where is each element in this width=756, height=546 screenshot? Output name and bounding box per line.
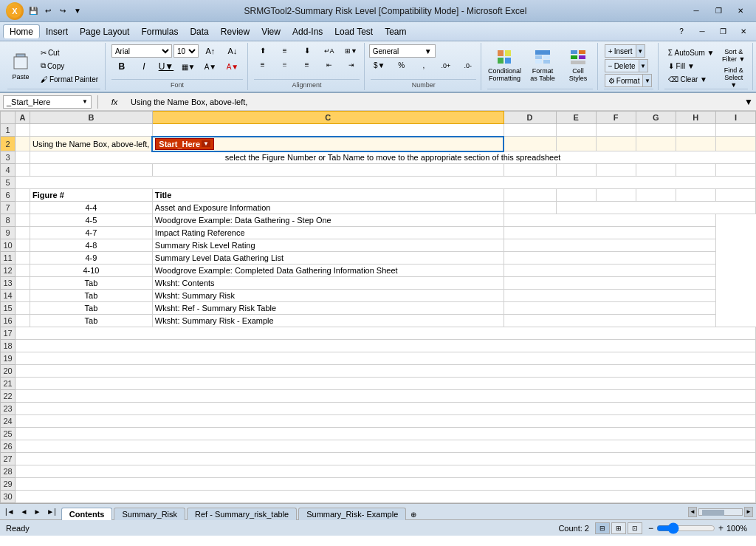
start-here-dropdown-arrow[interactable]: ▼ [202, 140, 210, 147]
align-right-btn[interactable]: ≡ [297, 58, 317, 71]
cell-row8-rest[interactable] [504, 214, 715, 227]
row-header-23[interactable]: 23 [1, 403, 16, 415]
delete-cells-btn[interactable]: − Delete ▼ [605, 59, 653, 72]
decrease-decimal-btn[interactable]: .0- [458, 60, 478, 72]
cell-g2[interactable] [636, 137, 676, 151]
cell-c8[interactable]: Woodgrove Example: Data Gathering - Step… [152, 214, 504, 227]
row-header-25[interactable]: 25 [1, 428, 16, 440]
formula-expand-btn[interactable]: ▼ [744, 97, 753, 107]
cell-a14[interactable] [16, 290, 30, 302]
cell-d1[interactable] [504, 124, 556, 137]
save-quick-btn[interactable]: 💾 [27, 4, 40, 18]
cell-c16[interactable]: Wksht: Summary Risk - Example [152, 315, 504, 327]
tab-scroll-controls[interactable]: |◄ ◄ ► ►| [0, 507, 58, 516]
row-header-13[interactable]: 13 [1, 277, 16, 290]
increase-indent-btn[interactable]: ⇥ [341, 58, 362, 71]
row-header-3[interactable]: 3 [1, 151, 16, 164]
paste-button[interactable]: Paste [6, 44, 35, 87]
cell-row16-rest[interactable] [504, 315, 715, 327]
cell-i2[interactable] [715, 137, 755, 151]
zoom-out-btn[interactable]: − [648, 523, 653, 533]
cell-b7[interactable]: 4-4 [30, 202, 153, 214]
format-arrow[interactable]: ▼ [643, 74, 652, 87]
menu-formulas[interactable]: Formulas [135, 25, 184, 38]
row-header-17[interactable]: 17 [1, 327, 16, 340]
copy-button[interactable]: ⧉ Copy [37, 60, 68, 72]
insert-cells-btn[interactable]: + Insert ▼ [605, 44, 653, 58]
col-header-d[interactable]: D [504, 112, 556, 124]
window-controls[interactable]: ─ ❐ ✕ [687, 4, 750, 18]
zoom-in-btn[interactable]: + [718, 523, 724, 533]
row-header-20[interactable]: 20 [1, 365, 16, 378]
delete-main[interactable]: − Delete [605, 59, 639, 72]
menu-page-layout[interactable]: Page Layout [74, 25, 135, 38]
scroll-left-btn[interactable]: ◄ [688, 507, 697, 517]
font-color-button[interactable]: A▼ [222, 61, 243, 73]
cell-f2[interactable] [596, 137, 636, 151]
align-top-btn[interactable]: ⬆ [252, 44, 273, 57]
format-cells-btn[interactable]: ⚙ Format ▼ [605, 74, 653, 87]
cell-e6[interactable] [556, 189, 596, 202]
cell-g6[interactable] [636, 189, 676, 202]
font-family-select[interactable]: Arial [111, 44, 172, 58]
fill-color-button[interactable]: A▼ [200, 61, 221, 73]
font-size-select[interactable]: 10 [173, 44, 199, 58]
cell-b3-merged[interactable]: select the Figure Number or Tab Name to … [30, 151, 756, 164]
redo-quick-btn[interactable]: ↪ [56, 4, 69, 18]
align-bottom-btn[interactable]: ⬇ [297, 44, 317, 57]
row-header-10[interactable]: 10 [1, 239, 16, 252]
cell-b1[interactable] [30, 124, 153, 137]
row-header-19[interactable]: 19 [1, 352, 16, 365]
cell-f1[interactable] [596, 124, 636, 137]
cell-f4[interactable] [596, 164, 636, 177]
clear-btn[interactable]: ⌫ Clear ▼ [664, 73, 718, 85]
cell-h4[interactable] [676, 164, 715, 177]
tab-scroll-first[interactable]: |◄ [3, 507, 17, 516]
cell-a4[interactable] [16, 164, 30, 177]
cell-b11[interactable]: 4-9 [30, 252, 153, 265]
menu-review[interactable]: Review [215, 25, 255, 38]
cell-row11-rest[interactable] [504, 252, 715, 265]
cell-c14[interactable]: Wksht: Summary Risk [152, 290, 504, 302]
name-box[interactable]: _Start_Here ▼ [3, 95, 92, 109]
align-left-btn[interactable]: ≡ [252, 58, 273, 71]
autosum-btn[interactable]: Σ AutoSum ▼ [664, 47, 718, 58]
cell-i1[interactable] [715, 124, 755, 137]
cell-c10[interactable]: Summary Risk Level Rating [152, 239, 504, 252]
scrollbar-track[interactable] [698, 508, 743, 516]
cell-a10[interactable] [16, 239, 30, 252]
undo-quick-btn[interactable]: ↩ [41, 4, 55, 18]
col-header-e[interactable]: E [556, 112, 596, 124]
cell-a1[interactable] [16, 124, 30, 137]
cell-e1[interactable] [556, 124, 596, 137]
row-header-4[interactable]: 4 [1, 164, 16, 177]
fill-btn[interactable]: ⬇ Fill ▼ [664, 60, 718, 72]
cell-a11[interactable] [16, 252, 30, 265]
align-center-btn[interactable]: ≡ [275, 58, 295, 71]
row-header-6[interactable]: 6 [1, 189, 16, 202]
cell-row10-rest[interactable] [504, 239, 715, 252]
customize-quick-btn[interactable]: ▼ [71, 4, 84, 18]
delete-arrow[interactable]: ▼ [639, 59, 648, 72]
formula-content[interactable]: Using the Name Box, above-left, [128, 98, 741, 106]
row-header-12[interactable]: 12 [1, 265, 16, 277]
scrollbar-thumb[interactable] [702, 510, 724, 516]
cell-d2[interactable] [504, 137, 556, 151]
start-here-button[interactable]: Start_Here ▼ [155, 138, 214, 150]
decrease-font-btn[interactable]: A↓ [222, 44, 243, 58]
cell-h1[interactable] [676, 124, 715, 137]
minimize-button[interactable]: ─ [687, 4, 706, 18]
col-header-a[interactable]: A [16, 112, 30, 124]
decrease-indent-btn[interactable]: ⇤ [319, 58, 340, 71]
row-header-22[interactable]: 22 [1, 390, 16, 403]
cell-c12[interactable]: Woodgrove Example: Completed Data Gather… [152, 265, 504, 277]
menu-team[interactable]: Team [379, 25, 412, 38]
cell-styles-btn[interactable]: CellStyles [562, 44, 594, 87]
increase-decimal-btn[interactable]: .0+ [436, 60, 456, 72]
align-middle-btn[interactable]: ≡ [275, 44, 295, 57]
tab-scroll-next[interactable]: ► [31, 507, 43, 516]
cell-g4[interactable] [636, 164, 676, 177]
cell-row14-rest[interactable] [504, 290, 715, 302]
row-header-11[interactable]: 11 [1, 252, 16, 265]
merge-btn[interactable]: ⊞▼ [341, 44, 362, 57]
